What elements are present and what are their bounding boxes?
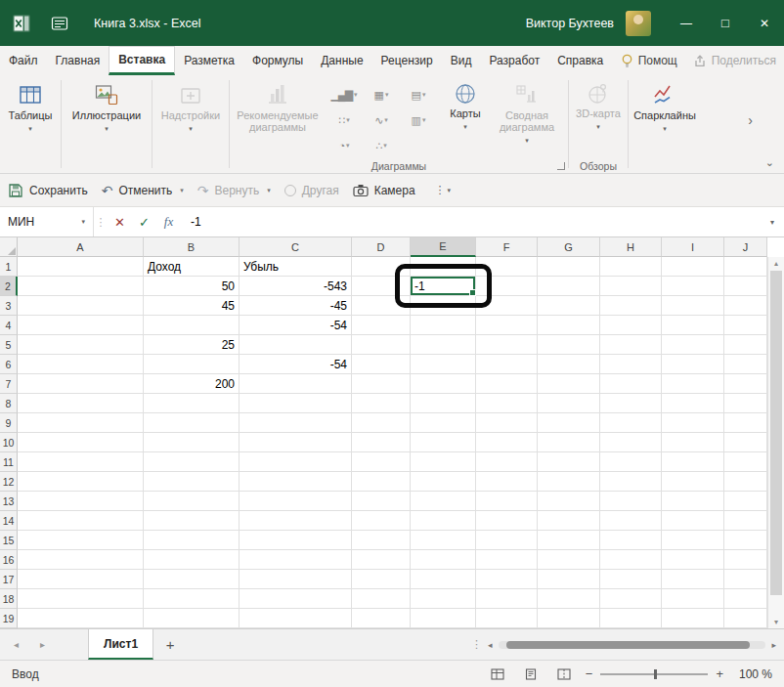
cell-C5[interactable] <box>240 335 352 355</box>
cell-E5[interactable] <box>411 335 476 355</box>
cell-J11[interactable] <box>724 452 767 472</box>
cell-C8[interactable] <box>240 394 352 413</box>
page-layout-view-button[interactable] <box>519 665 543 684</box>
cell-C18[interactable] <box>240 589 352 609</box>
cell-E8[interactable] <box>411 394 476 413</box>
page-break-view-button[interactable] <box>552 665 576 684</box>
cell-C4[interactable]: -54 <box>240 316 352 335</box>
cell-G17[interactable] <box>538 570 600 589</box>
cell-F13[interactable] <box>476 492 538 511</box>
cell-D13[interactable] <box>352 492 411 511</box>
cell-C11[interactable] <box>240 452 352 472</box>
save-button[interactable]: Сохранить <box>8 183 88 198</box>
cell-D15[interactable] <box>352 531 411 550</box>
other-button[interactable]: Другая <box>284 184 339 197</box>
row-header-3[interactable]: 3 <box>0 296 18 316</box>
cell-E16[interactable] <box>411 550 476 570</box>
cell-J18[interactable] <box>724 589 767 609</box>
column-header-E[interactable]: E <box>411 237 476 257</box>
cell-F6[interactable] <box>476 355 538 374</box>
cell-D2[interactable] <box>352 277 411 296</box>
cell-F4[interactable] <box>476 316 538 335</box>
cell-I15[interactable] <box>662 531 724 550</box>
cell-H10[interactable] <box>600 433 662 452</box>
row-header-7[interactable]: 7 <box>0 374 18 394</box>
cell-J17[interactable] <box>724 570 767 589</box>
cell-A6[interactable] <box>18 355 144 374</box>
row-header-16[interactable]: 16 <box>0 550 18 570</box>
cell-J7[interactable] <box>724 374 767 394</box>
cell-F18[interactable] <box>476 589 538 609</box>
cell-H9[interactable] <box>600 413 662 433</box>
row-header-18[interactable]: 18 <box>0 589 18 609</box>
cell-E9[interactable] <box>411 413 476 433</box>
name-box[interactable]: МИН ▾ <box>0 207 94 236</box>
cell-H16[interactable] <box>600 550 662 570</box>
cell-I14[interactable] <box>662 511 724 531</box>
cell-E6[interactable] <box>411 355 476 374</box>
zoom-slider-thumb[interactable] <box>654 669 657 679</box>
zoom-slider[interactable] <box>600 673 708 675</box>
cell-G1[interactable] <box>538 257 600 277</box>
cell-F19[interactable] <box>476 609 538 628</box>
cell-D9[interactable] <box>352 413 411 433</box>
cell-C1[interactable]: Убыль <box>240 257 352 277</box>
insert-combo-chart-button[interactable]: ∴▾ <box>363 133 400 158</box>
illustrations-button[interactable]: Иллюстрации ▾ <box>62 77 152 159</box>
camera-button[interactable]: Камера <box>353 184 415 197</box>
vertical-scrollbar[interactable]: ▴ ▾ <box>767 257 784 628</box>
cell-E7[interactable] <box>411 374 476 394</box>
column-header-I[interactable]: I <box>662 237 724 257</box>
sheet-nav-right-icon[interactable]: ▸ <box>40 639 45 650</box>
select-all-corner[interactable] <box>0 237 18 257</box>
cell-J3[interactable] <box>724 296 767 316</box>
cell-F11[interactable] <box>476 452 538 472</box>
cell-G11[interactable] <box>538 452 600 472</box>
cell-G15[interactable] <box>538 531 600 550</box>
insert-scatter-chart-button[interactable]: ∷▾ <box>326 107 363 133</box>
cell-B2[interactable]: 50 <box>144 277 240 296</box>
cell-C6[interactable]: -54 <box>240 355 352 374</box>
row-header-10[interactable]: 10 <box>0 433 18 452</box>
cell-F14[interactable] <box>476 511 538 531</box>
cell-B7[interactable]: 200 <box>144 374 240 394</box>
cell-A8[interactable] <box>18 394 144 413</box>
cell-I19[interactable] <box>662 609 724 628</box>
cell-A5[interactable] <box>18 335 144 355</box>
user-avatar[interactable] <box>626 11 651 36</box>
cell-A11[interactable] <box>18 452 144 472</box>
cell-G5[interactable] <box>538 335 600 355</box>
minimize-button[interactable]: — <box>667 0 706 46</box>
cell-G10[interactable] <box>538 433 600 452</box>
column-header-F[interactable]: F <box>476 237 538 257</box>
row-header-8[interactable]: 8 <box>0 394 18 413</box>
cell-C3[interactable]: -45 <box>240 296 352 316</box>
tellme-button[interactable]: Помощ <box>621 54 677 68</box>
cell-B9[interactable] <box>144 413 240 433</box>
cell-B19[interactable] <box>144 609 240 628</box>
cell-J14[interactable] <box>724 511 767 531</box>
cell-F1[interactable] <box>476 257 538 277</box>
cell-J13[interactable] <box>724 492 767 511</box>
cell-D8[interactable] <box>352 394 411 413</box>
cell-J5[interactable] <box>724 335 767 355</box>
maximize-button[interactable]: □ <box>706 0 745 46</box>
cell-E10[interactable] <box>411 433 476 452</box>
cell-I9[interactable] <box>662 413 724 433</box>
cell-C10[interactable] <box>240 433 352 452</box>
cell-F15[interactable] <box>476 531 538 550</box>
cell-F5[interactable] <box>476 335 538 355</box>
tab-Вставка[interactable]: Вставка <box>109 46 175 75</box>
row-header-14[interactable]: 14 <box>0 511 18 531</box>
cell-E14[interactable] <box>411 511 476 531</box>
cell-D18[interactable] <box>352 589 411 609</box>
cell-C19[interactable] <box>240 609 352 628</box>
tab-Рецензир[interactable]: Рецензир <box>372 46 442 75</box>
cell-E13[interactable] <box>411 492 476 511</box>
row-header-1[interactable]: 1 <box>0 257 18 277</box>
cell-E3[interactable] <box>411 296 476 316</box>
cell-J15[interactable] <box>724 531 767 550</box>
cell-J9[interactable] <box>724 413 767 433</box>
cell-B5[interactable]: 25 <box>144 335 240 355</box>
cell-H4[interactable] <box>600 316 662 335</box>
